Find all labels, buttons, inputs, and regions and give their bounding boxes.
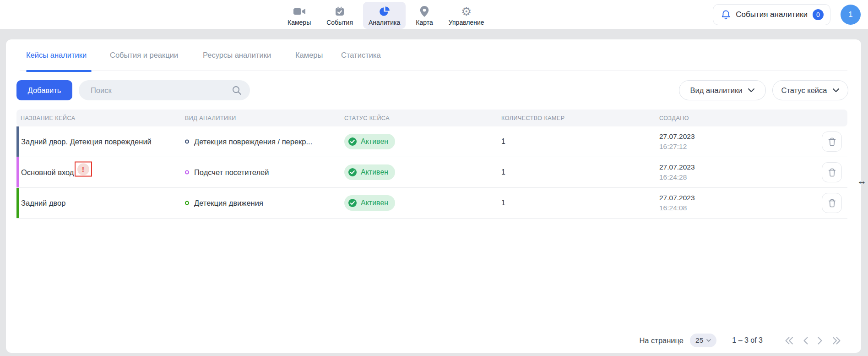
analytics-type-label: Детекция движения [194, 199, 263, 208]
column-header-status: СТАТУС КЕЙСА [344, 115, 390, 121]
delete-case-button[interactable] [822, 162, 842, 182]
status-badge: Активен [344, 164, 395, 180]
chevron-down-icon [833, 88, 839, 92]
column-header-name: НАЗВАНИЕ КЕЙСА [21, 115, 76, 121]
nav-item-cameras[interactable]: Камеры [282, 2, 316, 29]
content-card: Кейсы аналитики События и реакции Ресурс… [6, 39, 861, 353]
double-chevron-left-icon [785, 337, 793, 345]
status-badge: Активен [344, 134, 395, 149]
prev-page-button[interactable] [803, 337, 808, 345]
analytics-type-label: Подсчет посетителей [194, 168, 269, 177]
analytics-type-cell: Детекция движения [185, 199, 263, 208]
chevron-left-icon [803, 337, 808, 345]
calendar-check-icon [334, 5, 345, 17]
row-accent-bar [16, 126, 19, 157]
analytics-type-cell: Детекция повреждения / перекр... [185, 137, 312, 146]
table-row[interactable]: Основной вход ! Подсчет посетителей Акти… [16, 157, 847, 188]
delete-case-button[interactable] [822, 131, 842, 152]
tab-analytics-resources[interactable]: Ресурсы аналитики [203, 51, 271, 60]
check-circle-icon [348, 168, 357, 177]
last-page-button[interactable] [832, 337, 841, 345]
double-chevron-right-icon [832, 337, 841, 345]
next-page-button[interactable] [818, 337, 823, 345]
map-pin-icon [419, 5, 429, 17]
column-header-type: ВИД АНАЛИТИКИ [185, 115, 236, 121]
tab-cameras[interactable]: Камеры [295, 51, 323, 60]
add-case-button[interactable]: Добавить [16, 80, 72, 100]
gear-icon: ⚙ [461, 5, 472, 17]
trash-icon [828, 199, 836, 208]
created-time: 16:24:28 [659, 173, 695, 181]
top-bar: Камеры События Аналитика Карта ⚙ Управле… [0, 0, 868, 29]
delete-case-button[interactable] [822, 193, 842, 213]
column-header-cameras: КОЛИЧЕСТВО КАМЕР [501, 115, 565, 121]
created-time: 16:24:08 [659, 204, 695, 212]
check-circle-icon [348, 137, 357, 146]
events-count-badge: 0 [813, 9, 824, 20]
analytics-type-filter-label: Вид аналитики [690, 86, 743, 95]
nav-item-events[interactable]: События [321, 2, 358, 29]
status-cell: Активен [344, 164, 395, 180]
first-page-button[interactable] [785, 337, 793, 345]
created-cell: 27.07.2023 16:27:12 [659, 132, 695, 151]
analytics-type-label: Детекция повреждения / перекр... [194, 137, 312, 146]
nav-item-map[interactable]: Карта [410, 2, 438, 29]
bell-icon [721, 10, 731, 20]
row-accent-bar [16, 157, 19, 187]
per-page-value: 25 [695, 336, 703, 345]
nav-item-label: Управление [449, 19, 484, 26]
case-status-filter[interactable]: Статус кейса [772, 80, 848, 100]
active-tab-indicator [26, 70, 92, 72]
cases-table: НАЗВАНИЕ КЕЙСА ВИД АНАЛИТИКИ СТАТУС КЕЙС… [16, 110, 847, 219]
tab-bar: Кейсы аналитики События и реакции Ресурс… [6, 39, 861, 71]
case-name: Основной вход ! [21, 165, 92, 180]
pie-chart-icon [379, 5, 391, 17]
created-time: 16:27:12 [659, 142, 695, 151]
created-date: 27.07.2023 [659, 163, 695, 171]
case-name: Задний двор. Детекция повреждений [21, 137, 152, 146]
analytics-events-button[interactable]: События аналитики 0 [713, 4, 830, 25]
analytics-type-ring-icon [185, 140, 189, 144]
trash-icon [828, 137, 836, 146]
created-date: 27.07.2023 [659, 132, 695, 141]
analytics-events-label: События аналитики [736, 10, 808, 19]
chevron-right-icon [818, 337, 823, 345]
table-row[interactable]: Задний двор Детекция движения Активен 1 … [16, 188, 847, 219]
warning-annotation-box: ! [75, 162, 92, 177]
created-date: 27.07.2023 [659, 194, 695, 202]
warning-exclamation-icon: ! [77, 163, 89, 175]
analytics-type-cell: Подсчет посетителей [185, 168, 269, 177]
created-cell: 27.07.2023 16:24:28 [659, 163, 695, 181]
status-cell: Активен [344, 195, 395, 211]
tab-statistics[interactable]: Статистика [341, 51, 381, 60]
chevron-down-icon [748, 88, 754, 92]
nav-item-analytics[interactable]: Аналитика [363, 2, 406, 29]
pagination-bar: На странице 25 1 – 3 of 3 [639, 332, 841, 349]
nav-item-label: События [326, 19, 353, 26]
tab-events-reactions[interactable]: События и реакции [110, 51, 178, 60]
tab-analytics-cases[interactable]: Кейсы аналитики [26, 51, 87, 60]
per-page-label: На странице [639, 336, 684, 345]
camera-count: 1 [501, 168, 505, 176]
nav-item-administration[interactable]: ⚙ Управление [443, 2, 490, 29]
check-circle-icon [348, 198, 357, 208]
analytics-type-ring-icon [185, 201, 189, 205]
pagination-controls [785, 337, 841, 345]
status-badge: Активен [344, 195, 395, 211]
status-cell: Активен [344, 134, 395, 149]
header-right: События аналитики 0 1 [713, 4, 861, 25]
per-page-select[interactable]: 25 [690, 334, 716, 347]
chevron-down-icon [706, 339, 711, 342]
case-name: Задний двор [21, 199, 65, 208]
column-header-created: СОЗДАНО [659, 115, 689, 121]
avatar[interactable]: 1 [841, 5, 861, 25]
analytics-type-filter[interactable]: Вид аналитики [679, 80, 766, 100]
tabs-divider [20, 71, 847, 71]
camera-count: 1 [501, 137, 505, 146]
search-icon[interactable] [232, 85, 242, 95]
camera-icon [293, 5, 306, 17]
trash-icon [828, 168, 836, 177]
search-input[interactable] [90, 86, 232, 95]
nav-item-label: Камеры [288, 19, 311, 26]
table-row[interactable]: Задний двор. Детекция повреждений Детекц… [16, 126, 847, 157]
